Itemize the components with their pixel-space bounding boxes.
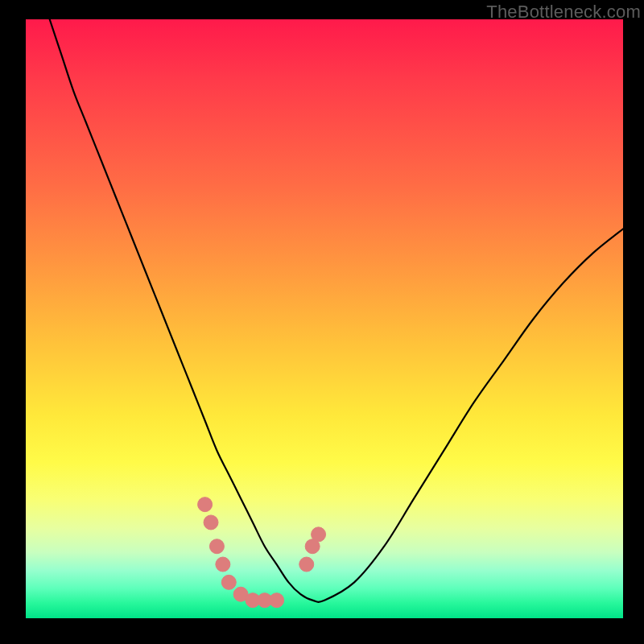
watermark-text: TheBottleneck.com bbox=[486, 2, 641, 23]
chart-frame: TheBottleneck.com bbox=[0, 0, 644, 644]
data-marker bbox=[209, 539, 224, 554]
data-marker bbox=[312, 527, 326, 542]
data-marker bbox=[198, 497, 213, 512]
chart-svg bbox=[26, 19, 623, 618]
data-marker bbox=[299, 557, 314, 572]
data-marker bbox=[204, 515, 218, 530]
marker-group bbox=[198, 497, 326, 608]
data-marker bbox=[221, 575, 236, 589]
plot-area bbox=[26, 19, 623, 618]
bottleneck-curve bbox=[50, 19, 623, 602]
data-marker bbox=[216, 557, 230, 572]
data-marker bbox=[270, 593, 284, 608]
